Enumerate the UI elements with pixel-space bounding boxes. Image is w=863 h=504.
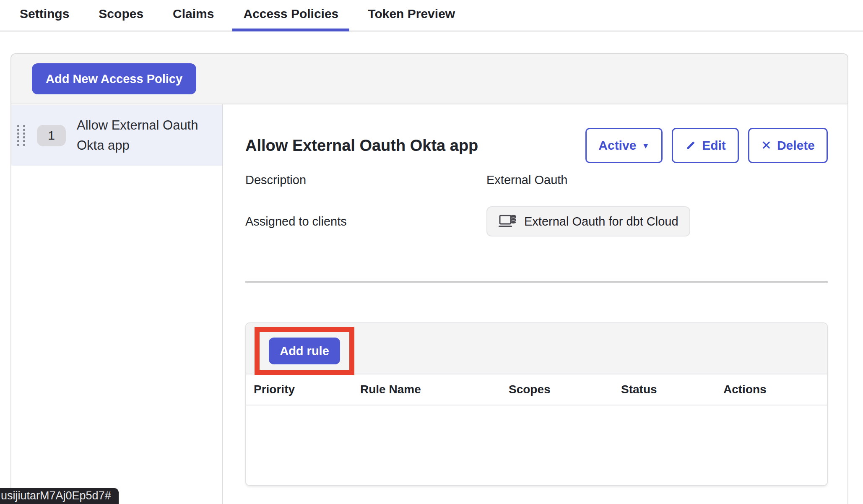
description-label: Description (245, 173, 486, 187)
policy-fields: Description External Oauth Assigned to c… (245, 173, 828, 236)
rules-table-body-empty (246, 405, 827, 485)
policy-name-label: Allow External Oauth Okta app (77, 115, 222, 156)
tab-claims[interactable]: Claims (162, 0, 225, 31)
policy-list-sidebar: 1 Allow External Oauth Okta app (11, 104, 223, 504)
assigned-clients-label: Assigned to clients (245, 206, 486, 229)
add-new-access-policy-button[interactable]: Add New Access Policy (32, 63, 196, 94)
tab-bar: Settings Scopes Claims Access Policies T… (0, 0, 863, 31)
column-actions: Actions (723, 383, 827, 396)
edit-pencil-icon (685, 140, 697, 151)
column-priority: Priority (254, 383, 360, 396)
policy-status-label: Active (598, 138, 636, 153)
policy-list-item-selected[interactable]: 1 Allow External Oauth Okta app (11, 105, 222, 166)
description-row: Description External Oauth (245, 173, 828, 187)
policy-title: Allow External Oauth Okta app (245, 137, 478, 155)
policy-actions: Active ▼ Edit ✕ Delete (585, 128, 828, 163)
link-preview-tooltip: usijiutarM7Aj0Ep5d7# (0, 488, 119, 504)
client-chip[interactable]: External Oauth for dbt Cloud (486, 206, 690, 236)
delete-button-label: Delete (777, 138, 815, 153)
rules-table-header: Priority Rule Name Scopes Status Actions (246, 374, 827, 405)
client-device-icon (498, 213, 518, 230)
tab-settings[interactable]: Settings (9, 0, 80, 31)
policy-detail-panel: Allow External Oauth Okta app Active ▼ E… (223, 104, 847, 504)
section-divider (245, 281, 828, 283)
description-value: External Oauth (486, 173, 828, 187)
rules-table-card: Add rule Priority Rule Name Scopes Statu… (245, 322, 828, 486)
column-scopes: Scopes (509, 383, 621, 396)
tab-scopes[interactable]: Scopes (88, 0, 154, 31)
policy-priority-badge: 1 (37, 125, 66, 146)
policy-status-dropdown-button[interactable]: Active ▼ (585, 128, 663, 163)
red-annotation-box: Add rule (255, 327, 354, 375)
chevron-down-icon: ▼ (642, 142, 650, 150)
edit-policy-button[interactable]: Edit (672, 128, 739, 163)
drag-handle-icon[interactable] (17, 125, 25, 146)
assigned-clients-row: Assigned to clients (245, 206, 828, 236)
client-chip-label: External Oauth for dbt Cloud (524, 215, 678, 229)
column-rule-name: Rule Name (360, 383, 509, 396)
edit-button-label: Edit (702, 138, 726, 153)
policies-toolbar: Add New Access Policy (11, 54, 847, 104)
column-status: Status (621, 383, 723, 396)
tab-token-preview[interactable]: Token Preview (357, 0, 466, 31)
add-rule-button[interactable]: Add rule (269, 338, 340, 364)
delete-x-icon: ✕ (761, 139, 772, 152)
policies-body: 1 Allow External Oauth Okta app Allow Ex… (11, 104, 847, 504)
policy-detail-header: Allow External Oauth Okta app Active ▼ E… (245, 128, 828, 163)
tab-access-policies[interactable]: Access Policies (232, 0, 349, 31)
delete-policy-button[interactable]: ✕ Delete (748, 128, 828, 163)
rules-toolbar: Add rule (246, 323, 827, 374)
access-policies-panel: Add New Access Policy 1 Allow External O… (10, 53, 848, 504)
